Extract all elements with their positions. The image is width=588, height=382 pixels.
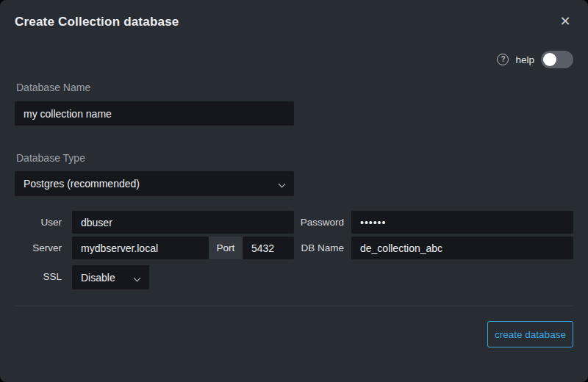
database-name-label: Database Name [16,82,90,93]
db-name-label: DB Name [293,237,344,259]
database-type-label: Database Type [16,152,85,164]
toggle-knob [543,53,556,66]
create-database-button[interactable]: create database [487,321,573,347]
user-label: User [15,211,62,234]
ssl-selected: Disable [81,272,115,284]
server-label: Server [15,237,62,259]
help-row: ? help [497,51,573,68]
modal-title: Create Collection database [15,15,179,29]
help-toggle[interactable] [541,51,573,68]
help-label: help [515,54,534,65]
server-input[interactable] [72,237,209,259]
db-name-input[interactable] [351,237,573,259]
database-type-selected: Postgres (recommended) [24,178,140,190]
port-input[interactable] [243,237,294,259]
database-type-select[interactable]: Postgres (recommended) [15,171,294,196]
footer-divider [15,306,573,306]
create-collection-database-modal: Create Collection database ✕ ? help Data… [0,0,588,382]
close-icon[interactable]: ✕ [557,13,573,29]
chevron-down-icon [279,181,285,187]
password-input[interactable] [351,211,573,234]
ssl-select[interactable]: Disable [72,265,149,289]
port-label: Port [209,237,243,259]
chevron-down-icon [135,275,140,281]
help-question-icon: ? [497,54,509,65]
ssl-label: SSL [15,265,62,288]
user-input[interactable] [72,211,294,234]
password-label: Password [293,211,344,234]
database-name-input[interactable] [15,101,294,126]
